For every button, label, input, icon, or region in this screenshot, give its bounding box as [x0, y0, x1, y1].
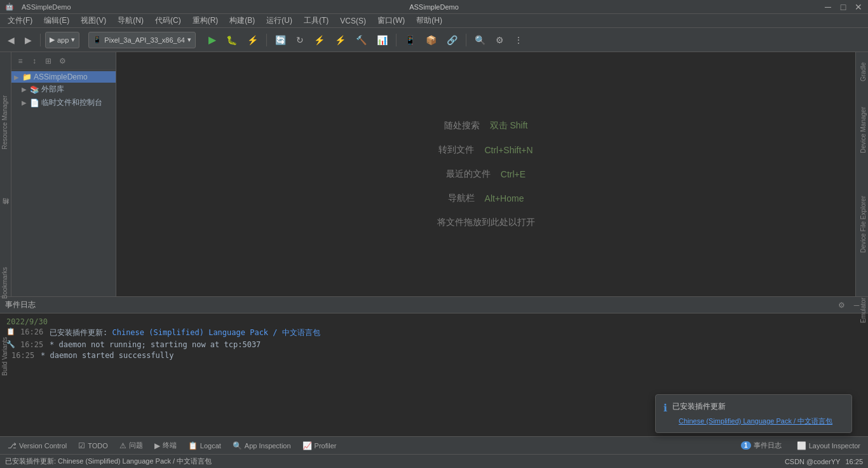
apply-changes-button[interactable]: ⚡	[310, 32, 329, 48]
run-button[interactable]: ▶	[205, 32, 220, 48]
profiler-tab[interactable]: 📈 Profiler	[297, 439, 342, 453]
version-control-tab[interactable]: ⎇ Version Control	[3, 439, 72, 453]
menu-item-help[interactable]: 帮助(H)	[411, 14, 447, 27]
collapse-all-button[interactable]: ≡	[14, 55, 27, 67]
close-button[interactable]: ✕	[854, 3, 863, 11]
tree-label-external: 外部库	[41, 84, 64, 95]
layout-inspector-icon: ⬜	[797, 441, 806, 450]
menu-bar: 文件(F)编辑(E)视图(V)导航(N)代码(C)重构(R)构建(B)运行(U)…	[0, 14, 868, 28]
back-button[interactable]: ◀	[4, 32, 18, 48]
build-variants-tab[interactable]: Build Variants	[0, 332, 10, 381]
hint-shortcut-recent: Ctrl+E	[501, 169, 526, 179]
main-content: Resource Manager 结构 Bookmarks Build Vari…	[0, 52, 868, 296]
apply-code-button[interactable]: ⚡	[331, 32, 349, 48]
tree-label-root: ASSimpleDemo	[34, 72, 88, 81]
forward-button[interactable]: ▶	[21, 32, 36, 48]
settings-gear-button[interactable]: ⚙	[56, 55, 69, 67]
log-entry-plugin: 📋 16:26 已安装插件更新: Chinese (Simplified) La…	[6, 327, 862, 338]
menu-item-window[interactable]: 窗口(W)	[372, 14, 410, 27]
notification-link[interactable]: Chinese (Simplified) Language Pack / 中文语…	[663, 416, 844, 426]
problems-tab[interactable]: ⚠ 问题	[114, 438, 148, 453]
app-name: ASSimpleDemo	[22, 3, 71, 11]
menu-item-view[interactable]: 视图(V)	[76, 14, 111, 27]
chevron-down-icon: ▾	[71, 36, 75, 44]
build-button[interactable]: 🔨	[352, 32, 370, 48]
more-button[interactable]: ⋮	[510, 32, 527, 48]
device-file-explorer-tab[interactable]: Device File Explorer	[858, 192, 868, 256]
hint-navigation-bar: 导航栏 Alt+Home	[448, 193, 524, 204]
todo-icon: ☑	[78, 441, 85, 450]
toolbar-separator-4	[466, 34, 466, 46]
maximize-button[interactable]: □	[839, 3, 848, 11]
menu-item-code[interactable]: 代码(C)	[150, 14, 186, 27]
plugin-update-link[interactable]: Chinese (Simplified) Language Pack / 中文语…	[112, 328, 320, 337]
status-message: 已安装插件更新: Chinese (Simplified) Language P…	[5, 457, 212, 466]
structure-tab[interactable]: 结构	[0, 205, 11, 215]
app-inspection-label: App Inspection	[245, 442, 291, 450]
status-bar: 已安装插件更新: Chinese (Simplified) Language P…	[0, 454, 868, 468]
filter-button[interactable]: ⊞	[42, 55, 55, 67]
profiler-icon: 📈	[302, 441, 312, 450]
menu-item-vcs[interactable]: VCS(S)	[335, 15, 371, 27]
layout-inspector-tab[interactable]: ⬜ Layout Inspector	[792, 439, 865, 453]
tree-item-scratch[interactable]: ▶ 📄 临时文件和控制台	[11, 96, 116, 109]
log-time-plugin: 16:26	[20, 327, 44, 338]
app-inspection-tab[interactable]: 🔍 App Inspection	[227, 439, 296, 453]
event-log-title: 事件日志	[5, 299, 36, 310]
hint-shortcut-search: 双击 Shift	[490, 120, 528, 132]
left-vertical-panel: Resource Manager 结构 Bookmarks Build Vari…	[0, 52, 11, 296]
resource-manager-tab[interactable]: Resource Manager	[0, 90, 10, 155]
menu-item-run[interactable]: 运行(U)	[261, 14, 297, 27]
profiler-label: Profiler	[315, 442, 337, 450]
settings-button[interactable]: ⚙	[492, 32, 508, 48]
notification-title: 已安装插件更新	[672, 401, 726, 412]
event-log-count: 1	[741, 441, 751, 450]
problems-label: 问题	[129, 441, 143, 450]
device-icon: 📱	[93, 36, 102, 44]
analyze-button[interactable]: 📊	[373, 32, 391, 48]
logcat-tab[interactable]: 📋 Logcat	[183, 439, 226, 453]
hint-drag-drop: 将文件拖放到此处以打开	[437, 217, 535, 228]
hint-drag-label: 将文件拖放到此处以打开	[437, 217, 535, 228]
menu-item-navigate[interactable]: 导航(N)	[112, 14, 149, 27]
debug-button[interactable]: 🐛	[222, 32, 241, 48]
avd-manager-button[interactable]: 📱	[401, 32, 419, 48]
event-log-settings-button[interactable]: ⚙	[835, 299, 848, 312]
menu-item-edit[interactable]: 编辑(E)	[39, 14, 74, 27]
search-everywhere-button[interactable]: 🔍	[471, 32, 489, 48]
profile-button[interactable]: ⚡	[243, 32, 262, 48]
sort-button[interactable]: ↕	[28, 55, 41, 67]
tree-item-external[interactable]: ▶ 📚 外部库	[11, 83, 116, 96]
hint-label-search: 随处搜索	[444, 120, 480, 132]
todo-tab[interactable]: ☑ TODO	[73, 439, 113, 453]
gradle-tab[interactable]: Gradle	[858, 59, 868, 85]
log-time-daemon-start: 16:25	[20, 340, 44, 349]
sdk-manager-button[interactable]: 📦	[422, 32, 440, 48]
sync-project-button[interactable]: 🔄	[271, 32, 290, 48]
menu-item-file[interactable]: 文件(F)	[3, 14, 37, 27]
emulator-tab[interactable]: Emulator	[858, 294, 868, 327]
device-chevron-icon: ▾	[187, 36, 191, 44]
title-bar-controls: ─ □ ✕	[824, 3, 863, 11]
toolbar-separator-3	[396, 34, 397, 46]
hint-recent-files: 最近的文件 Ctrl+E	[446, 169, 526, 180]
device-manager-tab[interactable]: Device Manager	[858, 103, 868, 157]
terminal-tab[interactable]: ▶ 终端	[149, 438, 182, 453]
device-dropdown[interactable]: 📱 Pixel_3a_API_33_x86_64 ▾	[88, 32, 196, 48]
bookmarks-tab[interactable]: Bookmarks	[0, 262, 10, 304]
app-dropdown[interactable]: ▶ app ▾	[45, 32, 79, 48]
menu-item-tools[interactable]: 工具(T)	[299, 14, 334, 27]
menu-item-refactor[interactable]: 重构(R)	[187, 14, 224, 27]
window-title: ASSimpleDemo	[409, 3, 459, 11]
tree-item-root[interactable]: ▶ 📁 ASSimpleDemo	[11, 71, 116, 83]
project-panel-toolbar: ≡ ↕ ⊞ ⚙	[11, 52, 116, 70]
event-log-bottom-tab[interactable]: 1 事件日志	[736, 438, 787, 453]
notification-info-icon: ℹ	[663, 402, 667, 414]
pair-devices-button[interactable]: 🔗	[443, 32, 461, 48]
project-icon: 📁	[22, 72, 32, 81]
sync-button[interactable]: ↻	[292, 32, 308, 48]
status-right: CSDN @coderYY 16:25	[785, 458, 863, 465]
log-message-plugin: 已安装插件更新: Chinese (Simplified) Language P…	[50, 327, 320, 338]
menu-item-build[interactable]: 构建(B)	[224, 14, 260, 27]
minimize-button[interactable]: ─	[824, 3, 832, 11]
